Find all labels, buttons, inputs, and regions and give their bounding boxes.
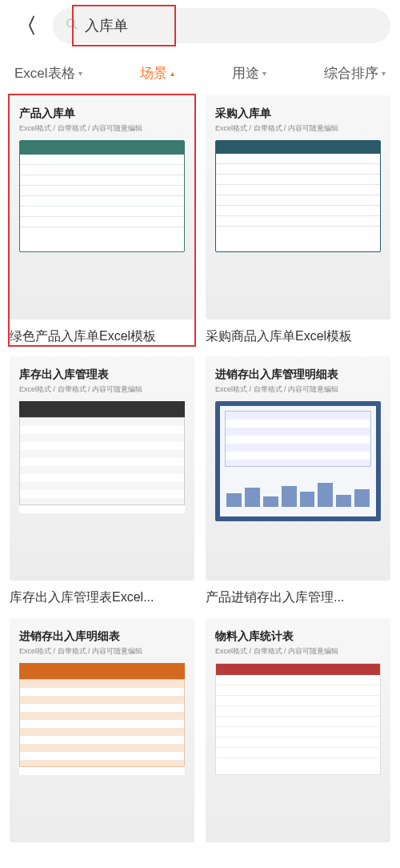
- template-thumbnail: 采购入库单 Excel格式 / 自带格式 / 内容可随意编辑: [206, 95, 390, 319]
- thumb-subtitle: Excel格式 / 自带格式 / 内容可随意编辑: [215, 123, 381, 134]
- template-thumbnail: 进销存出入库明细表 Excel格式 / 自带格式 / 内容可随意编辑: [10, 618, 194, 842]
- thumb-title: 进销存出入库管理明细表: [215, 368, 381, 382]
- template-title: 产品进销存出入库管理...: [206, 589, 390, 606]
- mini-table-preview: [215, 140, 381, 252]
- thumb-title: 产品入库单: [19, 106, 185, 121]
- template-card[interactable]: 采购入库单 Excel格式 / 自带格式 / 内容可随意编辑 采购商品入库单Ex…: [206, 95, 390, 345]
- tab-label: 场景: [140, 64, 167, 82]
- chevron-down-icon: ▾: [262, 69, 266, 78]
- template-grid: 产品入库单 Excel格式 / 自带格式 / 内容可随意编辑 绿色产品入库单Ex…: [0, 92, 400, 852]
- tab-usage[interactable]: 用途 ▾: [232, 64, 266, 82]
- tab-label: Excel表格: [14, 64, 75, 82]
- template-thumbnail: 产品入库单 Excel格式 / 自带格式 / 内容可随意编辑: [10, 95, 194, 319]
- tab-excel-format[interactable]: Excel表格 ▾: [14, 64, 82, 82]
- filter-tabs: Excel表格 ▾ 场景 ▴ 用途 ▾ 综合排序 ▾: [0, 51, 400, 92]
- search-input[interactable]: [85, 18, 378, 34]
- tab-label: 综合排序: [324, 64, 378, 82]
- template-card[interactable]: 物料入库统计表 Excel格式 / 自带格式 / 内容可随意编辑: [206, 618, 390, 842]
- thumb-subtitle: Excel格式 / 自带格式 / 内容可随意编辑: [19, 123, 185, 134]
- thumb-subtitle: Excel格式 / 自带格式 / 内容可随意编辑: [215, 384, 381, 395]
- template-thumbnail: 库存出入库管理表 Excel格式 / 自带格式 / 内容可随意编辑: [10, 356, 194, 581]
- svg-point-0: [67, 19, 74, 26]
- template-card[interactable]: 库存出入库管理表 Excel格式 / 自带格式 / 内容可随意编辑 库存出入库管…: [10, 356, 194, 606]
- tab-scene[interactable]: 场景 ▴: [140, 64, 174, 82]
- search-icon: [66, 18, 78, 34]
- thumb-title: 库存出入库管理表: [19, 368, 185, 382]
- thumb-title: 采购入库单: [215, 106, 381, 121]
- thumb-subtitle: Excel格式 / 自带格式 / 内容可随意编辑: [19, 646, 185, 657]
- template-thumbnail: 物料入库统计表 Excel格式 / 自带格式 / 内容可随意编辑: [206, 618, 390, 842]
- search-bar[interactable]: [53, 8, 390, 43]
- tab-sort[interactable]: 综合排序 ▾: [324, 64, 386, 82]
- svg-line-1: [74, 26, 77, 29]
- header: 〈: [0, 0, 400, 51]
- template-title: 采购商品入库单Excel模板: [206, 328, 390, 345]
- thumb-title: 进销存出入库明细表: [19, 629, 185, 644]
- mini-table-preview: [215, 401, 381, 521]
- template-card[interactable]: 进销存出入库管理明细表 Excel格式 / 自带格式 / 内容可随意编辑 产品进…: [206, 356, 390, 606]
- mini-table-preview: [19, 401, 185, 513]
- thumb-title: 物料入库统计表: [215, 629, 381, 644]
- chevron-up-icon: ▴: [170, 69, 174, 78]
- back-button[interactable]: 〈: [10, 9, 43, 43]
- mini-table-preview: [19, 663, 185, 775]
- template-thumbnail: 进销存出入库管理明细表 Excel格式 / 自带格式 / 内容可随意编辑: [206, 356, 390, 581]
- template-card[interactable]: 进销存出入库明细表 Excel格式 / 自带格式 / 内容可随意编辑: [10, 618, 194, 842]
- mini-table-preview: [215, 663, 381, 775]
- thumb-subtitle: Excel格式 / 自带格式 / 内容可随意编辑: [215, 646, 381, 657]
- template-title: 库存出入库管理表Excel...: [10, 589, 194, 606]
- chevron-down-icon: ▾: [382, 69, 386, 78]
- chevron-left-icon: 〈: [16, 14, 37, 38]
- mini-table-preview: [19, 140, 185, 252]
- tab-label: 用途: [232, 64, 259, 82]
- template-card[interactable]: 产品入库单 Excel格式 / 自带格式 / 内容可随意编辑 绿色产品入库单Ex…: [10, 95, 194, 345]
- thumb-subtitle: Excel格式 / 自带格式 / 内容可随意编辑: [19, 384, 185, 395]
- chevron-down-icon: ▾: [78, 69, 82, 78]
- template-title: 绿色产品入库单Excel模板: [10, 328, 194, 345]
